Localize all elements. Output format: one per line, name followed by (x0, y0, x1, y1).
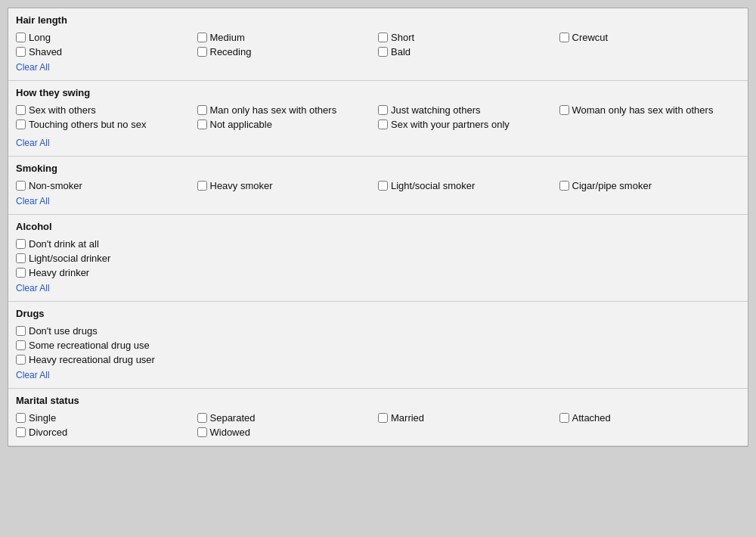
checkbox-crewcut[interactable]: Crewcut (559, 32, 741, 43)
swing-clear-all[interactable]: Clear All (16, 138, 50, 148)
checkbox-heavy-drinker-input[interactable] (16, 268, 26, 278)
checkbox-touching-no-sex[interactable]: Touching others but no sex (16, 119, 197, 130)
checkbox-medium-label: Medium (210, 32, 245, 43)
checkbox-married[interactable]: Married (378, 412, 559, 424)
smoking-clear-all[interactable]: Clear All (16, 196, 50, 206)
marital-row2: Divorced Widowed (16, 427, 740, 438)
checkbox-heavy-recreational-input[interactable] (16, 355, 26, 365)
checkbox-dont-drink-label: Don't drink at all (29, 238, 99, 250)
swing-section: How they swing Sex with others Touching … (8, 81, 748, 157)
checkbox-sex-with-others[interactable]: Sex with others (16, 104, 197, 116)
checkbox-non-smoker[interactable]: Non-smoker (16, 180, 197, 191)
checkbox-non-smoker-label: Non-smoker (29, 180, 82, 191)
swing-col1: Sex with others Touching others but no s… (16, 104, 197, 130)
drugs-section: Drugs Don't use drugs Some recreational … (8, 302, 748, 389)
checkbox-dont-use-drugs-label: Don't use drugs (29, 325, 98, 337)
checkbox-woman-only-label: Woman only has sex with others (572, 104, 714, 116)
checkbox-receding[interactable]: Receding (197, 46, 379, 57)
alcohol-clear-all[interactable]: Clear All (16, 283, 50, 293)
checkbox-just-watching-input[interactable] (378, 105, 388, 115)
checkbox-short-label: Short (391, 32, 414, 43)
swing-col2: Man only has sex with others Not applica… (197, 104, 379, 130)
checkbox-some-recreational-input[interactable] (16, 340, 26, 350)
checkbox-separated-label: Separated (210, 412, 256, 424)
checkbox-dont-use-drugs-input[interactable] (16, 326, 26, 336)
checkbox-attached[interactable]: Attached (559, 412, 741, 424)
checkbox-sex-partners-only-input[interactable] (378, 120, 388, 129)
checkbox-heavy-smoker[interactable]: Heavy smoker (197, 180, 379, 191)
checkbox-man-only-input[interactable] (197, 105, 207, 115)
checkbox-shaved-label: Shaved (29, 46, 62, 57)
checkbox-touching-no-sex-input[interactable] (16, 120, 26, 129)
checkbox-widowed[interactable]: Widowed (197, 427, 379, 438)
checkbox-medium-input[interactable] (197, 33, 207, 42)
alcohol-section: Alcohol Don't drink at all Light/social … (8, 215, 748, 302)
checkbox-not-applicable[interactable]: Not applicable (197, 119, 379, 130)
checkbox-light-social-smoker-input[interactable] (378, 181, 388, 191)
checkbox-sex-with-others-input[interactable] (16, 105, 26, 115)
checkbox-attached-input[interactable] (559, 413, 569, 423)
drugs-clear-all[interactable]: Clear All (16, 370, 50, 380)
checkbox-long[interactable]: Long (16, 32, 197, 43)
hair-length-row1: Long Medium Short Crewcut (16, 32, 740, 43)
checkbox-long-input[interactable] (16, 33, 26, 42)
checkbox-touching-no-sex-label: Touching others but no sex (29, 119, 146, 130)
checkbox-single-input[interactable] (16, 413, 26, 423)
checkbox-non-smoker-input[interactable] (16, 181, 26, 191)
checkbox-man-only-label: Man only has sex with others (210, 104, 337, 116)
checkbox-woman-only-input[interactable] (559, 105, 569, 115)
checkbox-dont-drink[interactable]: Don't drink at all (16, 238, 740, 250)
checkbox-heavy-recreational-label: Heavy recreational drug user (29, 354, 155, 365)
checkbox-sex-partners-only[interactable]: Sex with your partners only (378, 119, 559, 130)
checkbox-separated[interactable]: Separated (197, 412, 379, 424)
checkbox-heavy-drinker-label: Heavy drinker (29, 267, 89, 278)
checkbox-separated-input[interactable] (197, 413, 207, 423)
hair-length-title: Hair length (16, 14, 740, 26)
checkbox-divorced-input[interactable] (16, 427, 26, 437)
checkbox-heavy-smoker-input[interactable] (197, 181, 207, 191)
smoking-grid: Non-smoker Heavy smoker Light/social smo… (16, 180, 740, 191)
checkbox-not-applicable-label: Not applicable (210, 119, 272, 130)
checkbox-some-recreational-label: Some recreational drug use (29, 340, 150, 351)
checkbox-light-social-smoker[interactable]: Light/social smoker (378, 180, 559, 191)
checkbox-cigar-pipe-input[interactable] (559, 181, 569, 191)
checkbox-single[interactable]: Single (16, 412, 197, 424)
checkbox-widowed-label: Widowed (210, 427, 250, 438)
checkbox-married-input[interactable] (378, 413, 388, 423)
smoking-title: Smoking (16, 163, 740, 174)
checkbox-dont-use-drugs[interactable]: Don't use drugs (16, 325, 740, 337)
hair-length-row2: Shaved Receding Bald (16, 46, 740, 57)
checkbox-shaved-input[interactable] (16, 47, 26, 57)
checkbox-bald-input[interactable] (378, 47, 388, 57)
checkbox-not-applicable-input[interactable] (197, 120, 207, 129)
swing-col3: Just watching others Sex with your partn… (378, 104, 559, 130)
checkbox-bald[interactable]: Bald (378, 46, 559, 57)
alcohol-title: Alcohol (16, 221, 740, 232)
checkbox-divorced[interactable]: Divorced (16, 427, 197, 438)
checkbox-heavy-drinker[interactable]: Heavy drinker (16, 267, 740, 278)
checkbox-sex-with-others-label: Sex with others (29, 104, 96, 116)
checkbox-some-recreational[interactable]: Some recreational drug use (16, 340, 740, 351)
checkbox-single-label: Single (29, 412, 56, 424)
checkbox-short[interactable]: Short (378, 32, 559, 43)
checkbox-widowed-input[interactable] (197, 427, 207, 437)
checkbox-short-input[interactable] (378, 33, 388, 42)
checkbox-cigar-pipe-label: Cigar/pipe smoker (572, 180, 652, 191)
smoking-section: Smoking Non-smoker Heavy smoker Light/so… (8, 157, 748, 215)
checkbox-just-watching-label: Just watching others (391, 104, 481, 116)
checkbox-cigar-pipe[interactable]: Cigar/pipe smoker (559, 180, 741, 191)
checkbox-woman-only[interactable]: Woman only has sex with others (559, 104, 741, 116)
checkbox-crewcut-input[interactable] (559, 33, 569, 42)
marital-status-title: Marital status (16, 395, 740, 406)
swing-title: How they swing (16, 87, 740, 98)
hair-length-clear-all[interactable]: Clear All (16, 62, 50, 73)
checkbox-just-watching[interactable]: Just watching others (378, 104, 559, 116)
checkbox-man-only[interactable]: Man only has sex with others (197, 104, 379, 116)
checkbox-medium[interactable]: Medium (197, 32, 379, 43)
checkbox-receding-input[interactable] (197, 47, 207, 57)
checkbox-light-drinker-input[interactable] (16, 253, 26, 263)
checkbox-dont-drink-input[interactable] (16, 239, 26, 249)
checkbox-light-drinker[interactable]: Light/social drinker (16, 253, 740, 264)
checkbox-shaved[interactable]: Shaved (16, 46, 197, 57)
checkbox-heavy-recreational[interactable]: Heavy recreational drug user (16, 354, 740, 365)
